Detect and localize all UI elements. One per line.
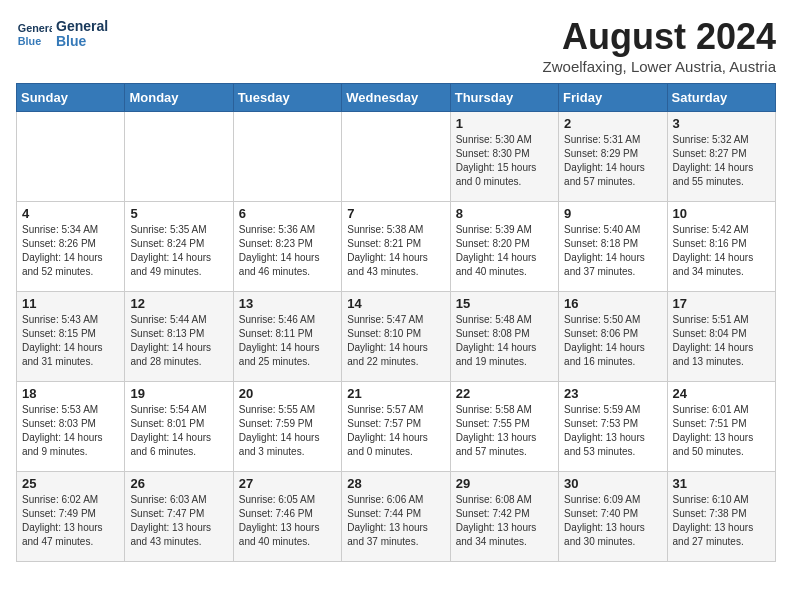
day-info: Sunrise: 5:55 AM Sunset: 7:59 PM Dayligh…: [239, 403, 336, 459]
day-info: Sunrise: 5:38 AM Sunset: 8:21 PM Dayligh…: [347, 223, 444, 279]
day-info: Sunrise: 5:44 AM Sunset: 8:13 PM Dayligh…: [130, 313, 227, 369]
calendar-cell: 28Sunrise: 6:06 AM Sunset: 7:44 PM Dayli…: [342, 472, 450, 562]
day-info: Sunrise: 5:30 AM Sunset: 8:30 PM Dayligh…: [456, 133, 553, 189]
day-info: Sunrise: 6:06 AM Sunset: 7:44 PM Dayligh…: [347, 493, 444, 549]
day-number: 12: [130, 296, 227, 311]
logo: General Blue General Blue: [16, 16, 108, 52]
weekday-header: Sunday: [17, 84, 125, 112]
calendar-cell: 8Sunrise: 5:39 AM Sunset: 8:20 PM Daylig…: [450, 202, 558, 292]
day-number: 1: [456, 116, 553, 131]
calendar-week-row: 18Sunrise: 5:53 AM Sunset: 8:03 PM Dayli…: [17, 382, 776, 472]
calendar-cell: 11Sunrise: 5:43 AM Sunset: 8:15 PM Dayli…: [17, 292, 125, 382]
title-block: August 2024 Zwoelfaxing, Lower Austria, …: [543, 16, 776, 75]
calendar-cell: [342, 112, 450, 202]
calendar-cell: 3Sunrise: 5:32 AM Sunset: 8:27 PM Daylig…: [667, 112, 775, 202]
weekday-header: Saturday: [667, 84, 775, 112]
calendar-cell: [233, 112, 341, 202]
day-info: Sunrise: 5:36 AM Sunset: 8:23 PM Dayligh…: [239, 223, 336, 279]
calendar-week-row: 11Sunrise: 5:43 AM Sunset: 8:15 PM Dayli…: [17, 292, 776, 382]
day-number: 21: [347, 386, 444, 401]
day-number: 14: [347, 296, 444, 311]
calendar-cell: 7Sunrise: 5:38 AM Sunset: 8:21 PM Daylig…: [342, 202, 450, 292]
day-info: Sunrise: 5:34 AM Sunset: 8:26 PM Dayligh…: [22, 223, 119, 279]
day-info: Sunrise: 5:43 AM Sunset: 8:15 PM Dayligh…: [22, 313, 119, 369]
day-number: 8: [456, 206, 553, 221]
day-number: 26: [130, 476, 227, 491]
calendar-cell: 18Sunrise: 5:53 AM Sunset: 8:03 PM Dayli…: [17, 382, 125, 472]
day-info: Sunrise: 5:58 AM Sunset: 7:55 PM Dayligh…: [456, 403, 553, 459]
calendar-week-row: 25Sunrise: 6:02 AM Sunset: 7:49 PM Dayli…: [17, 472, 776, 562]
day-info: Sunrise: 5:39 AM Sunset: 8:20 PM Dayligh…: [456, 223, 553, 279]
day-number: 19: [130, 386, 227, 401]
calendar-cell: 21Sunrise: 5:57 AM Sunset: 7:57 PM Dayli…: [342, 382, 450, 472]
svg-text:Blue: Blue: [18, 35, 41, 47]
month-title: August 2024: [543, 16, 776, 58]
day-number: 15: [456, 296, 553, 311]
day-number: 29: [456, 476, 553, 491]
calendar-cell: 2Sunrise: 5:31 AM Sunset: 8:29 PM Daylig…: [559, 112, 667, 202]
logo-general: General: [56, 19, 108, 34]
svg-text:General: General: [18, 22, 52, 34]
day-info: Sunrise: 5:42 AM Sunset: 8:16 PM Dayligh…: [673, 223, 770, 279]
day-info: Sunrise: 5:35 AM Sunset: 8:24 PM Dayligh…: [130, 223, 227, 279]
calendar-cell: 16Sunrise: 5:50 AM Sunset: 8:06 PM Dayli…: [559, 292, 667, 382]
day-info: Sunrise: 5:46 AM Sunset: 8:11 PM Dayligh…: [239, 313, 336, 369]
day-info: Sunrise: 5:32 AM Sunset: 8:27 PM Dayligh…: [673, 133, 770, 189]
weekday-header: Friday: [559, 84, 667, 112]
day-number: 17: [673, 296, 770, 311]
weekday-header: Wednesday: [342, 84, 450, 112]
day-info: Sunrise: 6:05 AM Sunset: 7:46 PM Dayligh…: [239, 493, 336, 549]
day-number: 30: [564, 476, 661, 491]
calendar-cell: 13Sunrise: 5:46 AM Sunset: 8:11 PM Dayli…: [233, 292, 341, 382]
weekday-header: Thursday: [450, 84, 558, 112]
day-info: Sunrise: 6:03 AM Sunset: 7:47 PM Dayligh…: [130, 493, 227, 549]
calendar-cell: [125, 112, 233, 202]
day-number: 16: [564, 296, 661, 311]
calendar-cell: 15Sunrise: 5:48 AM Sunset: 8:08 PM Dayli…: [450, 292, 558, 382]
day-number: 11: [22, 296, 119, 311]
calendar-cell: 5Sunrise: 5:35 AM Sunset: 8:24 PM Daylig…: [125, 202, 233, 292]
logo-blue: Blue: [56, 34, 108, 49]
day-info: Sunrise: 5:47 AM Sunset: 8:10 PM Dayligh…: [347, 313, 444, 369]
day-number: 31: [673, 476, 770, 491]
day-info: Sunrise: 5:50 AM Sunset: 8:06 PM Dayligh…: [564, 313, 661, 369]
day-info: Sunrise: 5:40 AM Sunset: 8:18 PM Dayligh…: [564, 223, 661, 279]
calendar-cell: 14Sunrise: 5:47 AM Sunset: 8:10 PM Dayli…: [342, 292, 450, 382]
weekday-header: Monday: [125, 84, 233, 112]
day-info: Sunrise: 6:10 AM Sunset: 7:38 PM Dayligh…: [673, 493, 770, 549]
weekday-header: Tuesday: [233, 84, 341, 112]
day-number: 25: [22, 476, 119, 491]
calendar-cell: 9Sunrise: 5:40 AM Sunset: 8:18 PM Daylig…: [559, 202, 667, 292]
calendar-cell: [17, 112, 125, 202]
day-number: 23: [564, 386, 661, 401]
calendar-cell: 29Sunrise: 6:08 AM Sunset: 7:42 PM Dayli…: [450, 472, 558, 562]
day-number: 28: [347, 476, 444, 491]
calendar-cell: 6Sunrise: 5:36 AM Sunset: 8:23 PM Daylig…: [233, 202, 341, 292]
day-number: 22: [456, 386, 553, 401]
day-number: 3: [673, 116, 770, 131]
day-info: Sunrise: 5:53 AM Sunset: 8:03 PM Dayligh…: [22, 403, 119, 459]
day-number: 2: [564, 116, 661, 131]
calendar-cell: 4Sunrise: 5:34 AM Sunset: 8:26 PM Daylig…: [17, 202, 125, 292]
calendar-cell: 10Sunrise: 5:42 AM Sunset: 8:16 PM Dayli…: [667, 202, 775, 292]
day-info: Sunrise: 6:08 AM Sunset: 7:42 PM Dayligh…: [456, 493, 553, 549]
calendar-cell: 12Sunrise: 5:44 AM Sunset: 8:13 PM Dayli…: [125, 292, 233, 382]
page-header: General Blue General Blue August 2024 Zw…: [16, 16, 776, 75]
calendar-cell: 24Sunrise: 6:01 AM Sunset: 7:51 PM Dayli…: [667, 382, 775, 472]
day-number: 13: [239, 296, 336, 311]
day-info: Sunrise: 5:59 AM Sunset: 7:53 PM Dayligh…: [564, 403, 661, 459]
day-info: Sunrise: 5:57 AM Sunset: 7:57 PM Dayligh…: [347, 403, 444, 459]
calendar-cell: 20Sunrise: 5:55 AM Sunset: 7:59 PM Dayli…: [233, 382, 341, 472]
location-title: Zwoelfaxing, Lower Austria, Austria: [543, 58, 776, 75]
day-number: 20: [239, 386, 336, 401]
calendar-cell: 17Sunrise: 5:51 AM Sunset: 8:04 PM Dayli…: [667, 292, 775, 382]
calendar-cell: 30Sunrise: 6:09 AM Sunset: 7:40 PM Dayli…: [559, 472, 667, 562]
day-number: 5: [130, 206, 227, 221]
calendar-cell: 1Sunrise: 5:30 AM Sunset: 8:30 PM Daylig…: [450, 112, 558, 202]
day-number: 6: [239, 206, 336, 221]
logo-icon: General Blue: [16, 16, 52, 52]
day-number: 10: [673, 206, 770, 221]
day-number: 7: [347, 206, 444, 221]
calendar-week-row: 1Sunrise: 5:30 AM Sunset: 8:30 PM Daylig…: [17, 112, 776, 202]
day-number: 9: [564, 206, 661, 221]
